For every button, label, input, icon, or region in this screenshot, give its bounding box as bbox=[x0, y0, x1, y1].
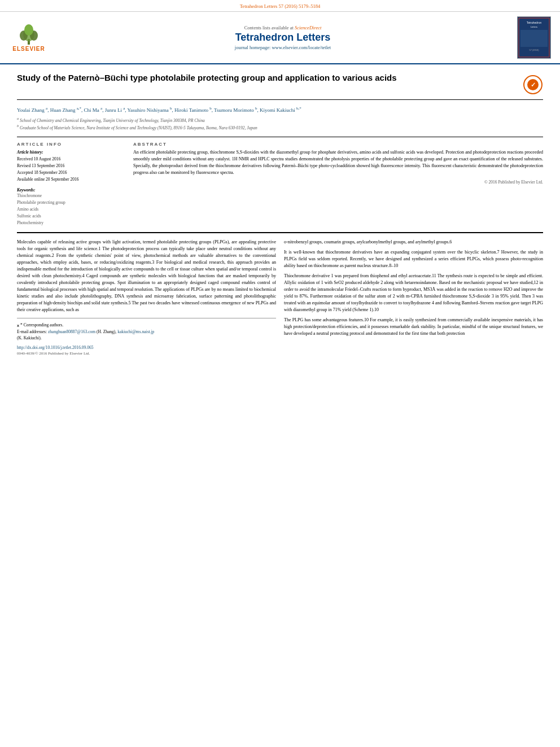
body-right-text: o-nitrobenzyl groups, coumarin groups, a… bbox=[284, 239, 543, 337]
elsevier-tree-icon bbox=[15, 23, 43, 46]
accepted-date: Accepted 18 September 2016 bbox=[17, 169, 124, 176]
email-huan-zhang[interactable]: zhanghuan80887@163.com bbox=[48, 329, 95, 334]
author-tsumoru-morimoto: Tsumoru Morimoto b, bbox=[214, 107, 260, 113]
article-content: Study of the Paternò–Büchi type photolab… bbox=[0, 64, 560, 365]
body-right-paragraph-2: It is well-known that thiochromone deriv… bbox=[284, 249, 543, 269]
svg-text:Letters: Letters bbox=[531, 25, 537, 28]
author-kiyomi-kakiuchi: Kiyomi Kakiuchi b,* bbox=[260, 107, 301, 113]
revised-date: Revised 13 September 2016 bbox=[17, 163, 124, 169]
abstract-column: ABSTRACT An efficient photolabile protec… bbox=[133, 142, 543, 226]
author-youlai-zhang: Youlai Zhang a, bbox=[17, 107, 50, 113]
body-right-column: o-nitrobenzyl groups, coumarin groups, a… bbox=[284, 239, 543, 357]
affiliation-a: a School of Chemistry and Chemical Engin… bbox=[17, 116, 543, 124]
elsevier-logo: ELSEVIER bbox=[9, 23, 49, 52]
contents-line: Contents lists available at ScienceDirec… bbox=[54, 25, 511, 30]
body-left-column: Molecules capable of releasing active gr… bbox=[17, 239, 276, 357]
article-info-column: ARTICLE INFO Article history: Received 1… bbox=[17, 142, 124, 226]
article-info-label: ARTICLE INFO bbox=[17, 142, 124, 147]
journal-center-block: Contents lists available at ScienceDirec… bbox=[54, 25, 511, 50]
svg-text:✓: ✓ bbox=[531, 81, 536, 88]
affiliation-b: b Graduate School of Materials Science, … bbox=[17, 124, 543, 131]
email-kakiuchi[interactable]: kakiuchi@ms.naist.jp bbox=[117, 329, 154, 334]
sciencedirect-link[interactable]: ScienceDirect bbox=[295, 25, 321, 30]
crossmark-icon[interactable]: ✓ bbox=[523, 75, 543, 95]
body-paragraph-1: Molecules capable of releasing active gr… bbox=[17, 239, 276, 313]
body-section: Molecules capable of releasing active gr… bbox=[17, 232, 543, 357]
elsevier-brand-text: ELSEVIER bbox=[12, 46, 45, 52]
svg-text:57 (2016): 57 (2016) bbox=[529, 49, 539, 51]
authors-section: Youlai Zhang a, Huan Zhang a,*, Chi Ma a… bbox=[17, 106, 543, 131]
issn-text: 0040-4039/© 2016 Published by Elsevier L… bbox=[17, 351, 276, 357]
email-label: E-mail addresses: bbox=[17, 329, 47, 334]
author-hiroki-tanimoto: Hiroki Tanimoto b, bbox=[174, 107, 214, 113]
body-right-paragraph-1: o-nitrobenzyl groups, coumarin groups, a… bbox=[284, 239, 543, 246]
copyright-line: © 2016 Published by Elsevier Ltd. bbox=[133, 180, 543, 185]
body-right-paragraph-4: The PLPG has some advantageous features.… bbox=[284, 317, 543, 337]
keyword-sulfonic-acids: Sulfonic acids bbox=[17, 213, 124, 220]
article-title-section: Study of the Paternò–Büchi type photolab… bbox=[17, 72, 543, 100]
article-history: Article history: Received 10 August 2016… bbox=[17, 149, 124, 183]
svg-text:Tetrahedron: Tetrahedron bbox=[527, 21, 542, 24]
affiliations: a School of Chemistry and Chemical Engin… bbox=[17, 116, 543, 131]
body-right-paragraph-3: Thiochromone derivative 1 was prepared f… bbox=[284, 273, 543, 313]
author-chi-ma: Chi Ma a, bbox=[84, 107, 105, 113]
author-huan-zhang: Huan Zhang a,*, bbox=[50, 107, 84, 113]
received-date: Received 10 August 2016 bbox=[17, 156, 124, 163]
journal-reference-text: Tetrahedron Letters 57 (2016) 5179–5184 bbox=[240, 3, 320, 9]
author-junru-li: Junru Li a, bbox=[105, 107, 128, 113]
keyword-amino-acids: Amino acids bbox=[17, 206, 124, 213]
journal-name: Tetrahedron Letters bbox=[54, 32, 511, 43]
footnote-section: ⁎ * Corresponding authors. E-mail addres… bbox=[17, 318, 276, 357]
page: Tetrahedron Letters 57 (2016) 5179–5184 … bbox=[0, 0, 560, 747]
email-kakiuchi-name: (K. Kakiuchi). bbox=[17, 335, 276, 341]
svg-point-4 bbox=[24, 24, 33, 36]
keywords-label: Keywords: bbox=[17, 187, 124, 193]
footnote-corresponding: ⁎ * Corresponding authors. bbox=[17, 322, 276, 329]
keywords-list: Thiochromone Photolabile protecting grou… bbox=[17, 193, 124, 226]
homepage-url[interactable]: www.elsevier.com/locate/tetlet bbox=[272, 45, 331, 50]
doi-link[interactable]: http://dx.doi.org/10.1016/j.tetlet.2016.… bbox=[17, 344, 276, 351]
footnote-emails: E-mail addresses: zhanghuan80887@163.com… bbox=[17, 329, 276, 335]
journal-header: ELSEVIER Contents lists available at Sci… bbox=[0, 12, 560, 64]
homepage-line: journal homepage: www.elsevier.com/locat… bbox=[54, 45, 511, 50]
authors-line: Youlai Zhang a, Huan Zhang a,*, Chi Ma a… bbox=[17, 106, 543, 115]
article-info-abstract-section: ARTICLE INFO Article history: Received 1… bbox=[17, 137, 543, 226]
cover-image-svg: Tetrahedron Letters 57 (2016) bbox=[518, 17, 550, 58]
keyword-photochemistry: Photochemistry bbox=[17, 220, 124, 226]
keyword-thiochromone: Thiochromone bbox=[17, 193, 124, 199]
email-huan-zhang-name: (H. Zhang), bbox=[97, 329, 116, 334]
article-title: Study of the Paternò–Büchi type photolab… bbox=[17, 72, 517, 84]
author-yasuhiro-nishiyama: Yasuhiro Nishiyama b, bbox=[127, 107, 174, 113]
abstract-label: ABSTRACT bbox=[133, 142, 543, 147]
journal-reference-bar: Tetrahedron Letters 57 (2016) 5179–5184 bbox=[0, 0, 560, 12]
abstract-text: An efficient photolabile protecting grou… bbox=[133, 149, 543, 176]
journal-cover-image: Tetrahedron Letters 57 (2016) bbox=[517, 16, 551, 59]
article-history-label: Article history: bbox=[17, 149, 124, 156]
svg-rect-9 bbox=[520, 30, 548, 47]
body-left-text: Molecules capable of releasing active gr… bbox=[17, 239, 276, 313]
keywords-section: Keywords: Thiochromone Photolabile prote… bbox=[17, 187, 124, 226]
available-date: Available online 20 September 2016 bbox=[17, 176, 124, 183]
keyword-photolabile: Photolabile protecting group bbox=[17, 199, 124, 206]
